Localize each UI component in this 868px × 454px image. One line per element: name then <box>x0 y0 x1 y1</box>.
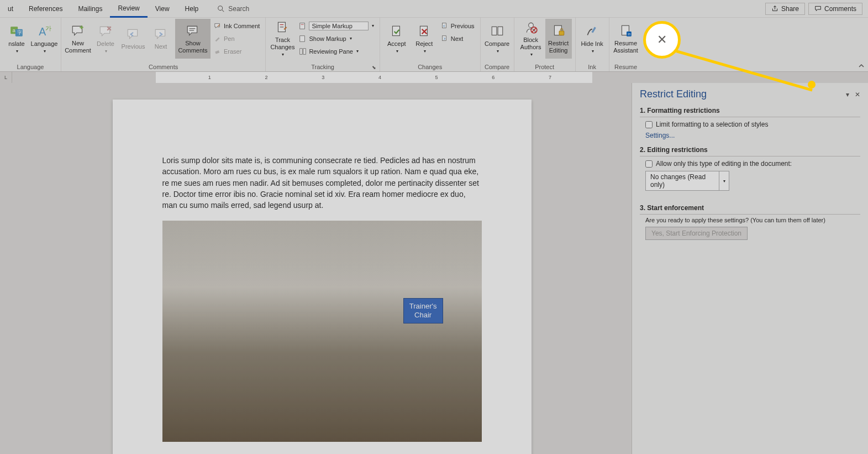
tab-help[interactable]: Help <box>177 0 207 18</box>
pen-label: Pen <box>224 35 235 42</box>
share-button[interactable]: Share <box>765 3 805 15</box>
chevron-down-icon: ▾ <box>592 49 594 54</box>
tab-references[interactable]: References <box>21 0 70 18</box>
allow-editing-row[interactable]: Allow only this type of editing in the d… <box>640 156 860 168</box>
chevron-down-icon: ▾ <box>350 36 352 41</box>
svg-text:in: in <box>628 32 630 35</box>
pen-button: Pen <box>212 33 262 44</box>
ruler-mark: 2 <box>265 72 268 83</box>
eraser-label: Eraser <box>224 48 241 55</box>
editing-type-select[interactable]: No changes (Read only) ▾ <box>645 171 860 191</box>
reviewing-pane-label: Reviewing Pane <box>309 48 353 55</box>
ink-comment-button[interactable]: Ink Comment <box>212 20 262 32</box>
language-button[interactable]: A가 Language ▾ <box>31 19 57 59</box>
resume-label: Resume Assistant <box>613 40 638 54</box>
pen-icon <box>214 35 222 43</box>
delete-comment-button[interactable]: Delete ▾ <box>92 19 119 59</box>
workspace: Loris sump dolor sits mate is, is commun… <box>0 83 868 454</box>
previous-comment-button[interactable]: Previous <box>120 19 146 59</box>
group-label-compare: Compare <box>484 62 511 71</box>
chevron-down-icon: ▾ <box>396 49 398 54</box>
show-markup-label: Show Markup <box>309 35 346 42</box>
accept-icon <box>389 24 404 39</box>
comments-button[interactable]: Comments <box>808 3 862 15</box>
ribbon-search[interactable]: Search <box>206 5 249 13</box>
vertical-ruler[interactable] <box>0 83 12 454</box>
close-icon: ✕ <box>657 33 667 47</box>
track-changes-button[interactable]: Track Changes ▾ <box>269 19 296 59</box>
chevron-down-icon: ▾ <box>282 52 284 58</box>
tab-mailings[interactable]: Mailings <box>70 0 110 18</box>
markup-icon <box>299 22 307 30</box>
svg-rect-14 <box>300 23 305 29</box>
new-comment-button[interactable]: New Comment <box>65 19 91 59</box>
block-authors-button[interactable]: Block Authors ▾ <box>518 19 544 59</box>
conference-room-image[interactable] <box>162 221 482 442</box>
start-enforcing-button[interactable]: Yes, Start Enforcing Protection <box>645 227 748 240</box>
previous-change-button[interactable]: Previous <box>439 20 477 32</box>
svg-rect-29 <box>559 31 564 35</box>
show-markup-button[interactable]: Show Markup ▾ <box>297 33 376 44</box>
document-image-wrap: Trainer's Chair <box>162 221 482 442</box>
annotation-highlight-circle: ✕ <box>643 21 681 59</box>
settings-link[interactable]: Settings... <box>640 132 675 139</box>
panel-close-icon[interactable]: ✕ <box>855 91 860 98</box>
group-changes: Accept ▾ Reject ▾ Previous Next Changes <box>380 18 481 71</box>
group-label-ink: Ink <box>579 62 606 71</box>
svg-rect-23 <box>492 27 497 35</box>
panel-dropdown-icon[interactable]: ▾ <box>846 91 849 98</box>
hide-ink-button[interactable]: Hide Ink ▾ <box>579 19 606 59</box>
limit-formatting-checkbox[interactable] <box>645 121 653 128</box>
eraser-button: Eraser <box>212 45 262 57</box>
block-authors-icon <box>523 20 539 35</box>
accept-button[interactable]: Accept ▾ <box>383 19 410 59</box>
comments-icon <box>814 5 822 12</box>
group-comments: New Comment Delete ▾ Previous Next Show … <box>61 18 266 71</box>
enforcement-help-text: Are you ready to apply these settings? (… <box>640 215 860 227</box>
next-change-button[interactable]: Next <box>439 33 477 44</box>
markup-dropdown[interactable]: Simple Markup ▾ <box>297 20 376 32</box>
translate-button[interactable]: a字 nslate ▾ <box>3 19 30 59</box>
image-callout[interactable]: Trainer's Chair <box>403 298 443 323</box>
allow-editing-checkbox[interactable] <box>645 160 653 168</box>
paragraph[interactable]: Unitarian elect ram patriot, en sea tube… <box>162 452 482 454</box>
reviewing-pane-icon <box>299 48 307 55</box>
limit-formatting-row[interactable]: Limit formatting to a selection of style… <box>640 117 860 128</box>
tab-review[interactable]: Review <box>110 0 147 18</box>
restrict-editing-button[interactable]: Restrict Editing <box>545 19 572 59</box>
reject-button[interactable]: Reject ▾ <box>411 19 438 59</box>
ribbon: a字 nslate ▾ A가 Language ▾ Language New C… <box>0 18 868 72</box>
ribbon-tabs: ut References Mailings Review View Help … <box>0 0 868 18</box>
tab-view[interactable]: View <box>148 0 177 18</box>
show-comments-button[interactable]: Show Comments <box>175 19 211 59</box>
svg-rect-16 <box>300 35 305 41</box>
svg-rect-24 <box>498 27 503 35</box>
collapse-ribbon-button[interactable] <box>858 62 865 69</box>
chevron-down-icon[interactable]: ▾ <box>719 171 729 191</box>
ruler-corner[interactable]: L <box>0 72 12 83</box>
tracking-launcher-icon[interactable]: ⬊ <box>372 65 376 70</box>
new-comment-icon <box>70 23 86 39</box>
tab-partial[interactable]: ut <box>0 0 21 18</box>
share-icon <box>771 5 778 12</box>
next-icon <box>153 27 169 42</box>
delete-comment-label: Delete <box>97 40 114 48</box>
share-label: Share <box>781 5 799 13</box>
hide-ink-label: Hide Ink <box>581 40 603 48</box>
ruler-mark: 5 <box>435 72 438 83</box>
translate-label: nslate <box>8 40 24 48</box>
ruler-mark: 1 <box>208 72 211 83</box>
callout-line1: Trainer's <box>409 302 437 310</box>
paragraph[interactable]: Loris sump dolor sits mate is, is commun… <box>162 155 482 211</box>
chevron-down-icon: ▾ <box>44 49 46 54</box>
resume-assistant-button[interactable]: in Resume Assistant <box>613 19 639 59</box>
reviewing-pane-button[interactable]: Reviewing Pane ▾ <box>297 45 376 57</box>
document-area[interactable]: Loris sump dolor sits mate is, is commun… <box>12 83 632 454</box>
section-enforcement-title: 3. Start enforcement <box>640 204 860 215</box>
show-comments-icon <box>185 23 201 39</box>
horizontal-ruler[interactable]: L 1 2 3 4 5 6 7 <box>0 72 868 83</box>
svg-text:가: 가 <box>45 24 51 31</box>
next-comment-button[interactable]: Next <box>148 19 174 59</box>
group-compare: Compare ▾ Compare <box>481 18 514 71</box>
compare-button[interactable]: Compare ▾ <box>484 19 511 59</box>
